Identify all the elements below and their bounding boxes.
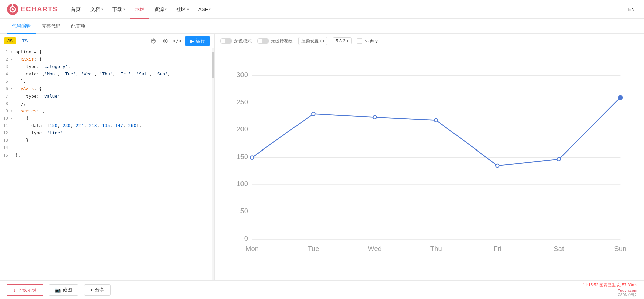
render-settings-label: 渲染设置	[301, 38, 319, 44]
version-arrow-icon: ▾	[347, 39, 348, 43]
code-content: type: 'category',	[15, 63, 214, 70]
cube-icon	[151, 38, 156, 44]
code-content: }	[15, 137, 214, 144]
nightly-label: Nightly	[364, 38, 378, 43]
seamless-toggle-group: 无缝砖花纹	[257, 38, 293, 44]
subnav-config[interactable]: 配置项	[66, 19, 91, 34]
code-line: 14 ]	[0, 144, 214, 152]
main-layout: JS TS </> ▶ 运	[0, 34, 644, 280]
editor-toolbar: JS TS </> ▶ 运	[0, 34, 214, 48]
fold-arrow[interactable]: ▾	[11, 107, 15, 115]
nav-download[interactable]: 下载▾	[108, 0, 130, 19]
code-content: {	[15, 115, 214, 122]
nav-home[interactable]: 首页	[66, 0, 86, 19]
svg-text:200: 200	[236, 125, 248, 133]
code-icon: </>	[173, 38, 182, 44]
lang-switcher[interactable]: EN	[626, 5, 637, 13]
lang-ts-btn[interactable]: TS	[19, 37, 31, 44]
render-settings-btn[interactable]: 渲染设置 ⚙	[298, 37, 327, 45]
code-line: 2 ▾ xAxis: {	[0, 56, 214, 63]
code-line: 9 ▾ series: [	[0, 107, 214, 115]
code-content: yAxis: {	[15, 85, 214, 93]
seamless-toggle[interactable]	[257, 38, 269, 44]
line-number: 2	[0, 56, 11, 63]
code-content: xAxis: {	[15, 56, 214, 63]
download-example-button[interactable]: ↓ 下载示例	[7, 284, 43, 296]
dark-mode-toggle-group: 深色模式	[220, 38, 252, 44]
svg-text:250: 250	[236, 98, 248, 106]
nav-docs[interactable]: 文档▾	[86, 0, 108, 19]
line-number: 3	[0, 63, 11, 70]
code-editor[interactable]: 1 ▾ option = { 2 ▾ xAxis: { 3 type: 'cat…	[0, 48, 214, 280]
code-line: 4 data: ['Mon', 'Tue', 'Wed', 'Thu', 'Fr…	[0, 70, 214, 78]
line-number: 6	[0, 85, 11, 93]
share-label: 分享	[95, 287, 104, 293]
editor-scrollbar[interactable]	[212, 48, 214, 280]
code-content: data: [150, 230, 224, 218, 135, 147, 260…	[15, 122, 214, 129]
cube-icon-btn[interactable]	[149, 36, 158, 46]
run-icon: ▶	[190, 38, 194, 44]
line-number: 4	[0, 70, 11, 78]
version-select[interactable]: 5.3.3 ▾	[333, 37, 352, 44]
line-number: 12	[0, 129, 11, 137]
nav-community[interactable]: 社区▾	[171, 0, 194, 19]
line-number: 5	[0, 78, 11, 85]
chart-svg: 0 50 100 150 200 250 300 Mon Tue Wed Thu…	[225, 55, 634, 274]
svg-text:Sat: Sat	[554, 245, 564, 252]
dark-mode-label: 深色模式	[234, 38, 252, 44]
run-label: 运行	[196, 38, 205, 44]
svg-text:Fri: Fri	[493, 245, 501, 252]
svg-point-31	[434, 119, 438, 122]
nav-resources[interactable]: 资源▾	[149, 0, 171, 19]
svg-text:50: 50	[240, 207, 248, 215]
fold-arrow[interactable]: ▾	[11, 48, 15, 56]
fold-arrow[interactable]: ▾	[11, 85, 15, 93]
code-line: 15 };	[0, 152, 214, 159]
subnav-full-code[interactable]: 完整代码	[36, 19, 66, 34]
code-line: 6 ▾ yAxis: {	[0, 85, 214, 93]
logo-text: ECHARTS	[21, 5, 58, 13]
nav-asf[interactable]: ASF▾	[194, 0, 215, 19]
circle-icon	[163, 38, 168, 44]
status-area: 11:15:52 图表已生成, 57.80ms Yuucn.com CSDN ©…	[583, 282, 637, 297]
brand-sub-text: CSDN ©图文	[618, 293, 637, 297]
code-line: 12 type: 'line'	[0, 129, 214, 137]
nav-examples[interactable]: 示例	[130, 0, 149, 19]
seamless-label: 无缝砖花纹	[271, 38, 293, 44]
dark-mode-toggle[interactable]	[220, 38, 232, 44]
code-line: 7 type: 'value'	[0, 93, 214, 100]
svg-text:0: 0	[244, 235, 248, 242]
share-button[interactable]: < 分享	[84, 284, 111, 296]
lang-js-btn[interactable]: JS	[4, 37, 16, 44]
circle-icon-btn[interactable]	[161, 36, 170, 46]
svg-text:Sun: Sun	[614, 245, 626, 252]
code-content: series: [	[15, 107, 214, 115]
line-number: 14	[0, 144, 11, 152]
svg-text:Tue: Tue	[308, 245, 319, 252]
screenshot-button[interactable]: 📷 截图	[49, 284, 78, 296]
code-icon-btn[interactable]: </>	[173, 36, 182, 46]
code-content: };	[15, 152, 214, 159]
nightly-group: Nightly	[357, 38, 378, 44]
scrollbar-thumb[interactable]	[212, 52, 214, 78]
code-line: 5 },	[0, 78, 214, 85]
svg-text:Wed: Wed	[368, 245, 382, 252]
line-number: 9	[0, 107, 11, 115]
brand-text: Yuucn.com	[618, 288, 637, 292]
nightly-checkbox[interactable]	[357, 38, 362, 44]
share-icon: <	[90, 287, 93, 293]
dark-mode-thumb	[221, 39, 225, 43]
svg-text:300: 300	[236, 71, 248, 78]
fold-arrow[interactable]: ▾	[11, 56, 15, 63]
logo[interactable]: ECHARTS	[7, 3, 58, 15]
run-button[interactable]: ▶ 运行	[185, 36, 210, 46]
version-value: 5.3.3	[336, 38, 345, 43]
line-number: 13	[0, 137, 11, 144]
sub-nav: 代码编辑 完整代码 配置项	[0, 19, 644, 34]
fold-arrow[interactable]: ▾	[11, 115, 15, 122]
svg-text:Thu: Thu	[430, 245, 442, 252]
subnav-code-edit[interactable]: 代码编辑	[7, 19, 36, 34]
svg-point-28	[250, 156, 254, 159]
code-line: 3 type: 'category',	[0, 63, 214, 70]
line-number: 15	[0, 152, 11, 159]
